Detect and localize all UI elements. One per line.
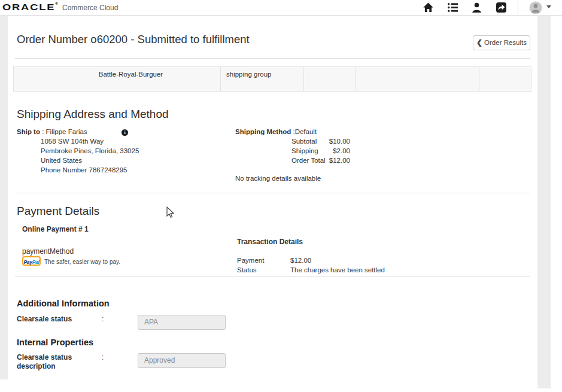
scrollbar[interactable] bbox=[537, 16, 551, 388]
product-name: Commerce Cloud bbox=[62, 4, 118, 12]
payment-amount-value: $12.00 bbox=[290, 257, 311, 264]
chevron-left-icon: ❮ bbox=[476, 38, 482, 47]
clearsale-description-label: Clearsale status description bbox=[17, 353, 83, 371]
ship-to-label: Ship to bbox=[17, 128, 40, 135]
shipping-section-heading: Shipping Address and Method bbox=[17, 108, 169, 121]
info-icon[interactable]: i bbox=[121, 129, 128, 136]
order-item-row[interactable]: Battle-Royal-Burguer shipping group bbox=[13, 66, 531, 92]
clearsale-status-label: Clearsale status bbox=[17, 315, 92, 324]
item-cell-5 bbox=[479, 67, 531, 91]
additional-info-heading: Additional Information bbox=[17, 299, 110, 308]
top-bar: ORACLE® Commerce Cloud bbox=[0, 0, 562, 16]
order-results-label: Order Results bbox=[484, 39, 527, 46]
shipping-divider bbox=[15, 193, 530, 193]
oracle-logo[interactable]: ORACLE® bbox=[2, 2, 58, 12]
ship-to-colon: : bbox=[42, 128, 44, 135]
payment-section-heading: Payment Details bbox=[17, 205, 99, 218]
item-cell-4 bbox=[356, 67, 479, 91]
header-divider bbox=[15, 58, 530, 59]
clearsale-status-input[interactable]: APA bbox=[138, 315, 226, 330]
payment-status-value: The charges have been settled bbox=[290, 266, 385, 274]
transaction-details-label: Transaction Details bbox=[237, 238, 303, 246]
shipping-cost-value: $2.00 bbox=[302, 147, 350, 154]
clearsale-description-colon: : bbox=[102, 353, 104, 361]
clearsale-description-input[interactable]: Approved bbox=[138, 353, 226, 368]
home-icon[interactable] bbox=[423, 2, 433, 13]
paypal-pay-text: Pay bbox=[23, 259, 32, 265]
topbar-divider bbox=[518, 1, 518, 14]
registered-mark: ® bbox=[55, 2, 57, 5]
left-margin-strip bbox=[0, 16, 8, 379]
avatar[interactable] bbox=[529, 1, 542, 14]
ship-to-name: Filippe Farias bbox=[46, 128, 87, 135]
order-results-button[interactable]: ❮Order Results bbox=[473, 35, 530, 50]
user-icon[interactable] bbox=[472, 2, 482, 13]
mouse-cursor bbox=[166, 206, 175, 218]
payment-method-label: paymentMethod bbox=[22, 247, 74, 256]
list-icon[interactable] bbox=[448, 2, 458, 13]
shipping-method-value: :Default bbox=[293, 128, 317, 135]
oracle-logo-text: ORACLE bbox=[2, 2, 55, 12]
order-total-value: $12.00 bbox=[302, 157, 350, 164]
internal-properties-heading: Internal Properties bbox=[17, 338, 93, 347]
address-line-2: Pembroke Pines, Florida, 33025 bbox=[41, 147, 139, 154]
avatar-dropdown-caret[interactable] bbox=[546, 5, 551, 8]
page-title: Order Number o60200 - Submitted to fulfi… bbox=[17, 33, 250, 46]
payment-status-label: Status bbox=[237, 266, 257, 274]
item-group-cell: shipping group bbox=[221, 67, 304, 91]
payment-amount-label: Payment bbox=[237, 257, 264, 264]
item-product-cell: Battle-Royal-Burguer bbox=[14, 67, 221, 91]
subtotal-value: $10.00 bbox=[302, 138, 350, 145]
item-cell-3 bbox=[304, 67, 356, 91]
address-line-1: 1058 SW 104th Way bbox=[41, 138, 104, 145]
paypal-pal-text: Pal bbox=[32, 259, 40, 265]
paypal-tagline: The safer, easier way to pay. bbox=[44, 259, 120, 265]
address-line-3: United States bbox=[41, 157, 82, 164]
address-line-4: Phone Number 7867248295 bbox=[41, 166, 127, 174]
shipping-method-label: Shipping Method bbox=[235, 128, 291, 135]
share-icon[interactable] bbox=[496, 2, 506, 13]
payment-divider bbox=[15, 276, 530, 276]
clearsale-status-colon: : bbox=[102, 315, 104, 323]
tracking-status: No tracking details available bbox=[235, 175, 321, 182]
paypal-logo: PayPal bbox=[22, 256, 41, 266]
online-payment-label: Online Payment # 1 bbox=[22, 225, 89, 233]
